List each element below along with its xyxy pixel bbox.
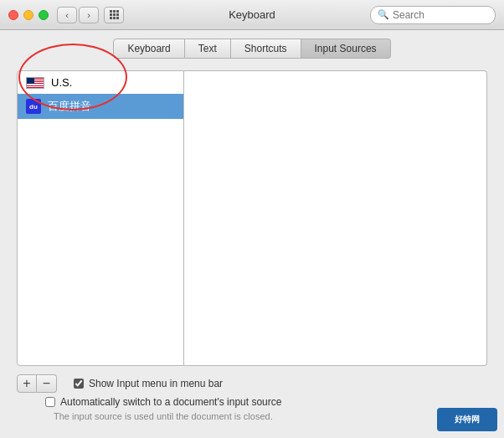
tabs-bar: Keyboard Text Shortcuts Input Sources — [17, 39, 487, 59]
info-text: The input source is used until the docum… — [54, 411, 487, 421]
back-button[interactable]: ‹ — [57, 7, 77, 23]
bottom-row-1: + − Show Input menu in menu bar — [17, 374, 487, 393]
tab-input-sources[interactable]: Input Sources — [301, 39, 391, 59]
titlebar: ‹ › Keyboard 🔍 — [0, 0, 504, 30]
panel-area: U.S. du 百度拼音 — [17, 70, 487, 366]
list-item[interactable]: U.S. — [18, 71, 183, 94]
forward-button[interactable]: › — [79, 7, 99, 23]
window-title: Keyboard — [229, 8, 275, 21]
main-content: Keyboard Text Shortcuts Input Sources U.… — [0, 30, 504, 438]
plus-minus-group: + − — [17, 374, 57, 393]
tab-text[interactable]: Text — [185, 39, 231, 59]
watermark: 好特网 — [437, 408, 497, 431]
right-panel — [184, 70, 487, 366]
minimize-button[interactable] — [23, 10, 33, 20]
remove-source-button[interactable]: − — [37, 374, 57, 393]
search-icon: 🔍 — [378, 9, 389, 20]
source-list: U.S. du 百度拼音 — [17, 70, 184, 366]
source-label-us: U.S. — [51, 76, 72, 89]
search-input[interactable] — [393, 9, 488, 21]
maximize-button[interactable] — [39, 10, 49, 20]
add-source-button[interactable]: + — [17, 374, 37, 393]
auto-switch-checkbox[interactable] — [45, 397, 55, 407]
bottom-row-2: Automatically switch to a document's inp… — [17, 396, 487, 408]
baidu-icon: du — [26, 99, 41, 114]
watermark-text: 好特网 — [455, 414, 480, 425]
show-input-menu-label: Show Input menu in menu bar — [89, 378, 223, 389]
traffic-lights — [8, 10, 49, 20]
source-label-baidu: 百度拼音 — [48, 99, 91, 114]
grid-icon — [110, 10, 119, 19]
tab-shortcuts[interactable]: Shortcuts — [231, 39, 301, 59]
tab-keyboard[interactable]: Keyboard — [113, 39, 184, 59]
search-box[interactable]: 🔍 — [370, 6, 496, 24]
bottom-controls: + − Show Input menu in menu bar Automati… — [17, 374, 487, 421]
us-flag-icon — [26, 77, 44, 89]
show-input-menu-row: Show Input menu in menu bar — [74, 378, 223, 389]
list-item[interactable]: du 百度拼音 — [18, 94, 183, 119]
auto-switch-label: Automatically switch to a document's inp… — [60, 396, 281, 408]
grid-button[interactable] — [104, 7, 124, 23]
nav-buttons: ‹ › — [57, 7, 99, 23]
close-button[interactable] — [8, 10, 18, 20]
show-input-menu-checkbox[interactable] — [74, 379, 84, 389]
auto-switch-row: Automatically switch to a document's inp… — [45, 396, 281, 408]
